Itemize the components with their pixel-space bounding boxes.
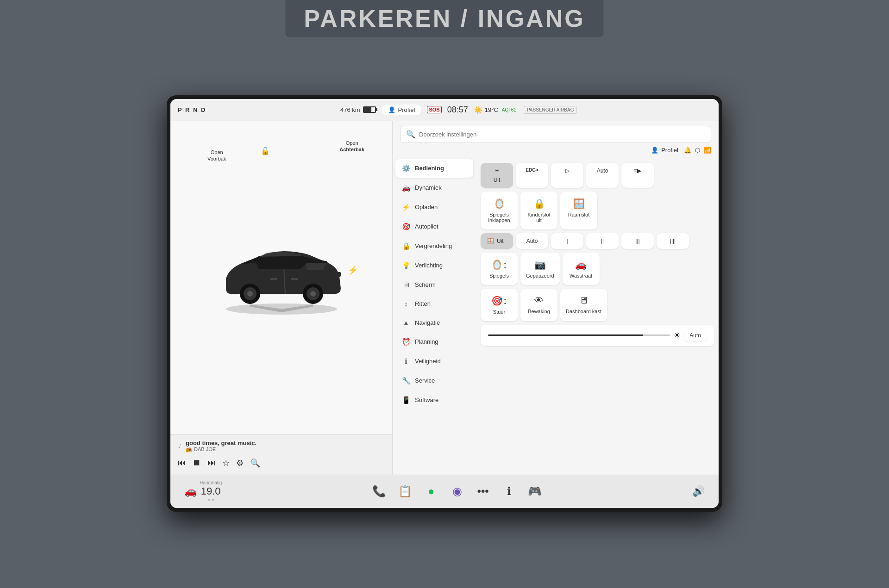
sos-badge[interactable]: SOS xyxy=(427,106,441,113)
search-icon: 🔍 xyxy=(406,130,415,139)
edg-icon: EDG> xyxy=(526,167,538,173)
spiegels-button[interactable]: 🪞↕ Spiegels xyxy=(481,253,518,285)
spotify-icon-taskbar[interactable]: ● xyxy=(423,483,439,500)
dashboard-kast-label: Dashboard kast xyxy=(566,309,601,314)
aqi-badge: AQI 61 xyxy=(500,107,518,113)
bewaking-label: Bewaking xyxy=(528,309,550,314)
software-label: Software xyxy=(415,396,438,403)
profile-tab[interactable]: 👤 Profiel xyxy=(382,105,422,115)
raamslot-label: Raamslot xyxy=(568,212,589,217)
display-edg-button[interactable]: EDG> xyxy=(516,163,548,188)
notes-icon-taskbar[interactable]: 📋 xyxy=(397,483,413,500)
status-center: 476 km 👤 Profiel SOS 08:57 ☀️ 19°C AQI 6… xyxy=(340,105,577,115)
extra-row: 🪞↕ Spiegels 📷 Gepauzeerd 🚗 Wasstraat xyxy=(481,253,714,285)
raamslot-button[interactable]: 🪟 Raamslot xyxy=(560,192,597,229)
verlichting-label: Verlichting xyxy=(415,262,443,269)
volume-icon-taskbar[interactable]: 🔊 xyxy=(692,485,705,497)
stuur-label: Stuur xyxy=(493,309,505,315)
open-label-voorbak: OpenVoorbak xyxy=(207,149,226,162)
menu-item-vergrendeling[interactable]: 🔒 Vergrendeling xyxy=(395,237,473,255)
steer-row: 🎯↕ Stuur 👁 Bewaking 🖥 Dashboard kast xyxy=(481,289,714,321)
settings-header: 🔍 👤 Profiel 🔔 ⬡ 📶 xyxy=(393,121,719,158)
autopilot-label: Autopilot xyxy=(415,223,438,230)
wiper-speed1-button[interactable]: | xyxy=(551,233,583,249)
menu-item-veiligheid[interactable]: ℹ Veiligheid xyxy=(395,352,473,371)
weather-display: ☀️ 19°C AQI 61 xyxy=(474,105,518,114)
menu-item-bediening[interactable]: ⚙️ Bediening xyxy=(395,159,473,178)
wasstraat-button[interactable]: 🚗 Wasstraat xyxy=(563,253,600,285)
search-music-button[interactable]: 🔍 xyxy=(250,458,260,468)
car-area: OpenVoorbak 🔓 OpenAchterbak xyxy=(170,121,392,434)
wiper-speed3-button[interactable]: ||| xyxy=(621,233,654,249)
mirrors-row: 🪞 Spiegelsinklappen 🔒 Kinderslotuit 🪟 Ra… xyxy=(481,192,714,229)
wiper-speed4-button[interactable]: |||| xyxy=(657,233,689,249)
next-button[interactable]: ⏭ xyxy=(207,458,216,468)
info-icon-taskbar[interactable]: ℹ xyxy=(501,483,517,500)
gepauzeerd-button[interactable]: 📷 Gepauzeerd xyxy=(520,253,560,285)
sun-icon-btn: ☀ xyxy=(495,167,500,174)
wiper-speed2-button[interactable]: || xyxy=(586,233,619,249)
range-value: 476 km xyxy=(340,106,360,113)
taskbar-right: 🔊 xyxy=(692,485,705,497)
spiegel-icon: 🪞 xyxy=(494,198,505,209)
vergrendeling-icon: 🔒 xyxy=(402,242,410,250)
joystick-icon-taskbar[interactable]: 🎮 xyxy=(526,483,543,500)
bewaking-icon: 👁 xyxy=(534,295,544,306)
favorite-button[interactable]: ☆ xyxy=(222,458,230,468)
wiper-uit-button[interactable]: 🪟 Uit xyxy=(481,233,513,249)
brightness-sun-icon: ☀ xyxy=(674,331,680,340)
menu-item-scherm[interactable]: 🖥 Scherm xyxy=(395,276,473,294)
wiper-icon: 🪟 xyxy=(487,238,494,244)
phone-icon-taskbar[interactable]: 📞 xyxy=(371,483,388,500)
time-display: 08:57 xyxy=(447,105,468,115)
display-auto-button[interactable]: Auto xyxy=(586,163,619,188)
menu-item-planning[interactable]: ⏰ Planning xyxy=(395,333,473,351)
achterbak-label[interactable]: OpenAchterbak xyxy=(339,140,364,153)
temp-display-taskbar[interactable]: Handmatig 19.0 ○ ○ xyxy=(200,480,222,502)
stuur-button[interactable]: 🎯↕ Stuur xyxy=(481,289,518,321)
display-mode3-button[interactable]: ▷ xyxy=(551,163,583,188)
bars-icon: ≡▶ xyxy=(634,167,641,174)
kinderslot-button[interactable]: 🔒 Kinderslotuit xyxy=(520,192,557,229)
search-bar[interactable]: 🔍 xyxy=(400,126,711,143)
slider-track[interactable] xyxy=(488,334,670,336)
ritten-icon: ↕ xyxy=(402,300,410,308)
dashboard-icon: 🖥 xyxy=(579,295,588,306)
menu-item-navigatie[interactable]: ▲ Navigatie xyxy=(395,314,473,332)
display-uit-button[interactable]: ☀ Uit xyxy=(481,163,513,188)
music-source-name: DAB JOE xyxy=(194,446,216,452)
parking-sign: PARKEREN / INGANG xyxy=(285,0,603,37)
bell-icon: 🔔 xyxy=(684,147,691,154)
dashboard-kast-button[interactable]: 🖥 Dashboard kast xyxy=(560,289,607,321)
vergrendeling-label: Vergrendeling xyxy=(415,242,452,249)
bewaking-button[interactable]: 👁 Bewaking xyxy=(520,289,557,321)
search-input[interactable] xyxy=(419,131,705,138)
spiegels-inklappen-button[interactable]: 🪞 Spiegelsinklappen xyxy=(481,192,518,229)
open-label-achterbak: OpenAchterbak xyxy=(339,140,364,153)
menu-item-dynamiek[interactable]: 🚗 Dynamiek xyxy=(395,179,473,197)
service-label: Service xyxy=(415,377,435,384)
prev-button[interactable]: ⏮ xyxy=(178,458,186,468)
car-icon-taskbar[interactable]: 🚗 xyxy=(184,485,197,497)
battery-fill xyxy=(364,107,372,112)
more-icon-taskbar[interactable]: ••• xyxy=(475,483,491,500)
menu-item-software[interactable]: 📱 Software xyxy=(395,391,473,409)
menu-item-opladen[interactable]: ⚡ Opladen xyxy=(395,198,473,217)
menu-item-verlichting[interactable]: 💡 Verlichting xyxy=(395,256,473,275)
battery-icon xyxy=(363,106,376,113)
menu-item-autopilot[interactable]: 🎯 Autopilot xyxy=(395,217,473,236)
menu-item-ritten[interactable]: ↕ Ritten xyxy=(395,295,473,313)
ritten-label: Ritten xyxy=(415,300,431,307)
voorbak-label[interactable]: OpenVoorbak xyxy=(207,149,226,162)
brightness-auto-button[interactable]: Auto xyxy=(684,329,707,341)
music-note-icon: ♪ xyxy=(178,441,182,451)
seat-icons: ○ ○ xyxy=(200,497,222,502)
purple-icon-taskbar[interactable]: ◉ xyxy=(449,483,465,500)
spiegels-label: Spiegels xyxy=(489,273,509,279)
display-mode5-button[interactable]: ≡▶ xyxy=(621,163,654,188)
wiper-auto-button[interactable]: Auto xyxy=(516,233,548,249)
equalizer-button[interactable]: ⚙ xyxy=(236,458,244,468)
stop-button[interactable]: ⏹ xyxy=(193,458,201,468)
menu-item-service[interactable]: 🔧 Service xyxy=(395,371,473,390)
veiligheid-icon: ℹ xyxy=(402,357,410,365)
